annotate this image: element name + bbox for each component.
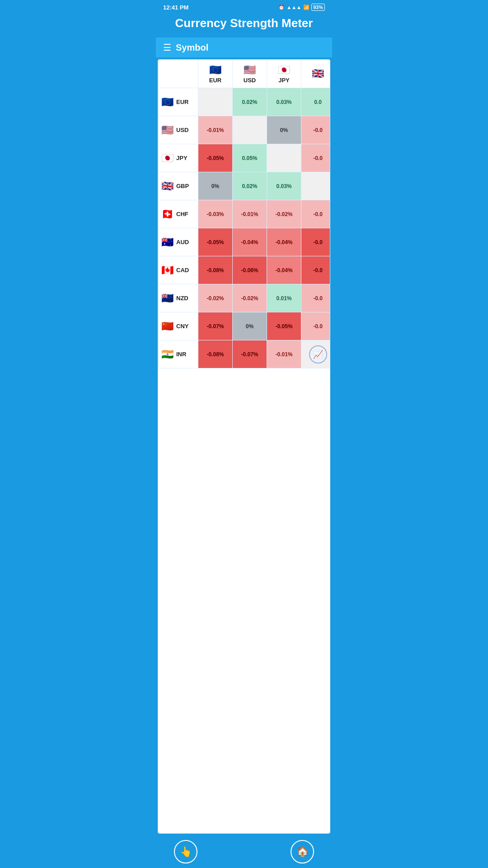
cell-gbp-eur[interactable]: 0% [198, 172, 233, 200]
row-label-aud[interactable]: 🇦🇺 AUD [159, 228, 198, 256]
cell-usd-eur[interactable]: -0.01% [198, 116, 233, 144]
cell-gbp-gbp[interactable] [301, 172, 331, 200]
symbol-label: Symbol [176, 42, 208, 53]
cell-inr-jpy[interactable]: -0.01% [267, 340, 301, 368]
row-label-cad[interactable]: 🇨🇦 CAD [159, 256, 198, 284]
cell-cad-gbp[interactable]: -0.0 [301, 256, 331, 284]
table-row: 🇯🇵 JPY -0.05%0.05%-0.0 [159, 144, 331, 172]
flag-row-chf: 🇨🇭 [161, 208, 174, 220]
cell-usd-jpy[interactable]: 0% [267, 116, 301, 144]
code-row-jpy: JPY [176, 155, 188, 161]
header-eur[interactable]: 🇪🇺 EUR [198, 60, 233, 88]
cell-usd-usd[interactable] [233, 116, 267, 144]
cell-usd-gbp[interactable]: -0.0 [301, 116, 331, 144]
row-label-usd[interactable]: 🇺🇸 USD [159, 116, 198, 144]
bottom-nav: 👆 🏠 [156, 835, 332, 868]
row-label-nzd[interactable]: 🇳🇿 NZD [159, 284, 198, 312]
table-row: 🇦🇺 AUD -0.05%-0.04%-0.04%-0.0 [159, 228, 331, 256]
table-row: 🇺🇸 USD -0.01%0%-0.0 [159, 116, 331, 144]
cell-cny-usd[interactable]: 0% [233, 312, 267, 340]
cell-gbp-jpy[interactable]: 0.03% [267, 172, 301, 200]
cell-value: -0.0 [313, 211, 323, 217]
row-label-chf[interactable]: 🇨🇭 CHF [159, 200, 198, 228]
cell-jpy-usd[interactable]: 0.05% [233, 144, 267, 172]
cell-value: 0% [211, 183, 219, 189]
cell-chf-eur[interactable]: -0.03% [198, 200, 233, 228]
cell-value: 0.02% [242, 183, 257, 189]
cell-value: -0.01% [206, 127, 224, 133]
cell-value: 0.03% [276, 99, 291, 105]
cell-nzd-usd[interactable]: -0.02% [233, 284, 267, 312]
cell-cny-eur[interactable]: -0.07% [198, 312, 233, 340]
cell-value: 0.0 [314, 99, 322, 105]
header-usd[interactable]: 🇺🇸 USD [233, 60, 267, 88]
cell-eur-gbp[interactable]: 0.0 [301, 88, 331, 116]
row-label-cny[interactable]: 🇨🇳 CNY [159, 312, 198, 340]
row-label-inr[interactable]: 🇮🇳 INR [159, 340, 198, 368]
interaction-button[interactable]: 👆 [174, 840, 197, 863]
code-row-nzd: NZD [176, 295, 188, 302]
cell-aud-jpy[interactable]: -0.04% [267, 228, 301, 256]
flag-row-cny: 🇨🇳 [161, 321, 174, 332]
cell-nzd-eur[interactable]: -0.02% [198, 284, 233, 312]
cell-jpy-eur[interactable]: -0.05% [198, 144, 233, 172]
cell-value: 0.01% [276, 295, 291, 302]
cell-cny-gbp[interactable]: -0.0 [301, 312, 331, 340]
cell-aud-usd[interactable]: -0.04% [233, 228, 267, 256]
alarm-icon: ⏰ [278, 5, 285, 10]
cell-inr-usd[interactable]: -0.07% [233, 340, 267, 368]
home-button[interactable]: 🏠 [291, 840, 314, 863]
cell-value: -0.0 [313, 267, 323, 274]
cell-value: 0% [246, 323, 253, 330]
wifi-icon: 📶 [303, 5, 310, 10]
cell-value: -0.0 [313, 295, 323, 302]
table-row: 🇨🇳 CNY -0.07%0%-0.05%-0.0 [159, 312, 331, 340]
cell-value: -0.08% [206, 267, 224, 274]
cell-nzd-jpy[interactable]: 0.01% [267, 284, 301, 312]
flag-row-eur: 🇪🇺 [161, 96, 174, 108]
currency-table-container: 🇪🇺 EUR 🇺🇸 USD 🇯🇵 JPY [158, 59, 330, 834]
flag-row-cad: 🇨🇦 [161, 264, 174, 276]
cell-eur-usd[interactable]: 0.02% [233, 88, 267, 116]
cell-value: -0.03% [206, 211, 224, 217]
row-label-jpy[interactable]: 🇯🇵 JPY [159, 144, 198, 172]
table-row: 🇮🇳 INR -0.08%-0.07%-0.01% 📈 [159, 340, 331, 368]
flag-row-nzd: 🇳🇿 [161, 292, 174, 304]
app-title: Currency Strength Meter [163, 16, 325, 30]
cell-inr-eur[interactable]: -0.08% [198, 340, 233, 368]
cell-cad-eur[interactable]: -0.08% [198, 256, 233, 284]
cell-value: -0.07% [206, 323, 224, 330]
cell-chf-jpy[interactable]: -0.02% [267, 200, 301, 228]
cell-gbp-usd[interactable]: 0.02% [233, 172, 267, 200]
cell-aud-gbp[interactable]: -0.0 [301, 228, 331, 256]
cell-cad-usd[interactable]: -0.06% [233, 256, 267, 284]
cell-chf-usd[interactable]: -0.01% [233, 200, 267, 228]
code-row-eur: EUR [176, 99, 188, 105]
row-label-gbp[interactable]: 🇬🇧 GBP [159, 172, 198, 200]
cell-inr-gbp[interactable]: 📈 [301, 340, 331, 368]
cell-value: 0.03% [276, 183, 291, 189]
table-header-row: 🇪🇺 EUR 🇺🇸 USD 🇯🇵 JPY [159, 60, 331, 88]
code-row-gbp: GBP [176, 183, 189, 189]
menu-icon[interactable]: ☰ [163, 42, 171, 53]
cell-value: 0.02% [242, 99, 257, 105]
cell-value: -0.04% [275, 239, 292, 245]
cell-aud-eur[interactable]: -0.05% [198, 228, 233, 256]
cell-jpy-jpy[interactable] [267, 144, 301, 172]
cell-jpy-gbp[interactable]: -0.0 [301, 144, 331, 172]
cell-cny-jpy[interactable]: -0.05% [267, 312, 301, 340]
flag-row-aud: 🇦🇺 [161, 236, 174, 248]
row-label-eur[interactable]: 🇪🇺 EUR [159, 88, 198, 116]
cell-nzd-gbp[interactable]: -0.0 [301, 284, 331, 312]
flag-jpy: 🇯🇵 [278, 64, 290, 76]
flag-gbp: 🇬🇧 [312, 68, 324, 80]
header-gbp[interactable]: 🇬🇧 [301, 60, 331, 88]
header-jpy[interactable]: 🇯🇵 JPY [267, 60, 301, 88]
cell-value: -0.0 [313, 323, 323, 330]
cell-eur-jpy[interactable]: 0.03% [267, 88, 301, 116]
cell-cad-jpy[interactable]: -0.04% [267, 256, 301, 284]
status-icons: ⏰ ▲▲▲ 📶 93% [278, 4, 325, 11]
cell-eur-eur[interactable] [198, 88, 233, 116]
symbol-bar[interactable]: ☰ Symbol [156, 38, 332, 57]
cell-chf-gbp[interactable]: -0.0 [301, 200, 331, 228]
